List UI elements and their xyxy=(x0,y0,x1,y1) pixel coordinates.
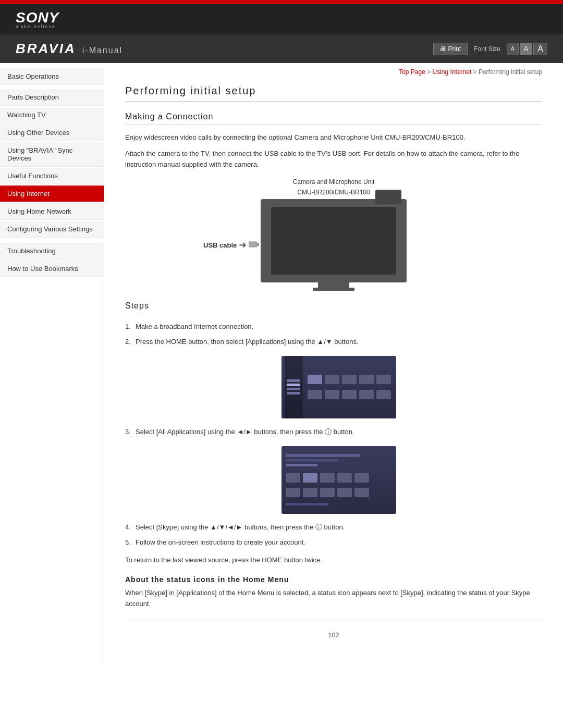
ss-item3 xyxy=(287,388,300,390)
ss2-tile10 xyxy=(354,488,369,497)
screenshot1-area xyxy=(136,356,542,418)
tv-diagram: USB cable ➜ xyxy=(261,199,407,291)
sidebar-item-troubleshooting[interactable]: Troubleshooting xyxy=(0,243,104,260)
step-3: Select [All Applications] using the ◄/► … xyxy=(125,427,542,514)
ss2-tile3 xyxy=(320,473,335,483)
svg-rect-1 xyxy=(257,243,259,246)
screenshot-row2 xyxy=(308,390,391,399)
tv-screen xyxy=(271,207,396,275)
font-small-button[interactable]: A xyxy=(507,43,519,55)
sidebar-item-bravia-sync[interactable]: Using "BRAVIA" Sync Devices xyxy=(0,142,104,167)
sidebar-item-configuring-settings[interactable]: Configuring Various Settings xyxy=(0,221,104,238)
tile3 xyxy=(342,375,357,384)
step-5: Follow the on-screen instructions to cre… xyxy=(125,537,542,548)
screenshot1 xyxy=(282,356,396,418)
sidebar-item-useful-functions[interactable]: Useful Functions xyxy=(0,168,104,184)
ss-item2 xyxy=(287,384,300,386)
font-size-controls: A A A xyxy=(507,43,547,55)
usb-label-text: USB cable xyxy=(203,241,237,249)
breadcrumb-top-page[interactable]: Top Page xyxy=(399,68,425,76)
tile4 xyxy=(359,375,374,384)
screenshot2-row2 xyxy=(286,488,392,497)
sidebar-item-watching-tv[interactable]: Watching TV xyxy=(0,107,104,124)
step2-text: Press the HOME button, then select [Appl… xyxy=(136,338,359,346)
ss-item1 xyxy=(287,379,300,382)
step-1: Make a broadband Internet connection. xyxy=(125,322,542,332)
bravia-bar: BRAVIA i-Manual 🖶 Print Font Size A A A xyxy=(0,34,563,63)
ss2-tile7 xyxy=(303,488,317,497)
camera-caption2: CMU-BR200/CMU-BR100 xyxy=(125,189,542,196)
para2: Attach the camera to the TV, then connec… xyxy=(125,149,542,170)
bravia-logo: BRAVIA xyxy=(16,41,76,57)
screenshot2 xyxy=(282,446,396,514)
tv-stand xyxy=(318,282,349,288)
imanual-label: i-Manual xyxy=(82,46,123,55)
screenshot-sidebar1 xyxy=(285,356,303,418)
svg-rect-0 xyxy=(249,242,257,247)
step4-text: Select [Skype] using the ▲/▼/◄/► buttons… xyxy=(136,523,345,531)
print-button[interactable]: 🖶 Print xyxy=(433,43,468,55)
step-4: Select [Skype] using the ▲/▼/◄/► buttons… xyxy=(125,522,542,533)
sidebar-divider xyxy=(0,239,104,243)
about-text: When [Skype] in [Applications] of the Ho… xyxy=(125,588,542,610)
breadcrumb: Top Page > Using Internet > Performing i… xyxy=(125,68,542,78)
tile9 xyxy=(359,390,374,399)
breadcrumb-current: Performing initial setup xyxy=(479,68,542,76)
ss2-footer xyxy=(286,503,328,505)
sidebar-item-using-internet[interactable]: Using Internet xyxy=(0,186,104,202)
camera-caption1: Camera and Microphone Unit xyxy=(125,178,542,186)
sony-logo-area: SONY make.believe xyxy=(16,9,59,29)
ss2-sub xyxy=(286,459,339,462)
step3-text: Select [All Applications] using the ◄/► … xyxy=(136,428,354,436)
tile6 xyxy=(308,390,322,399)
tile8 xyxy=(342,390,357,399)
ss2-tile6 xyxy=(286,488,300,497)
sidebar-item-parts-description[interactable]: Parts Description xyxy=(0,89,104,106)
header-controls: 🖶 Print Font Size A A A xyxy=(433,43,547,55)
sidebar: Basic Operations Parts Description Watch… xyxy=(0,63,104,665)
breadcrumb-sep2: > xyxy=(473,68,479,76)
step5-text: Follow the on-screen instructions to cre… xyxy=(136,538,305,546)
tile7 xyxy=(325,390,339,399)
camera-diagram-area: Camera and Microphone Unit CMU-BR200/CMU… xyxy=(125,178,542,291)
return-note: To return to the last viewed source, pre… xyxy=(125,555,542,566)
tv-body xyxy=(261,199,407,282)
breadcrumb-using-internet[interactable]: Using Internet xyxy=(433,68,472,76)
ss2-tile4 xyxy=(337,473,352,483)
sidebar-item-basic-operations[interactable]: Basic Operations xyxy=(0,68,104,85)
usb-plug-icon xyxy=(249,241,259,249)
step1-text: Make a broadband Internet connection. xyxy=(136,323,253,330)
screenshot2-row1 xyxy=(286,473,392,483)
sidebar-item-using-other-devices[interactable]: Using Other Devices xyxy=(0,125,104,141)
para1: Enjoy widescreen video calls by connecti… xyxy=(125,132,542,143)
ss2-sub2 xyxy=(286,464,317,466)
section-steps: Steps xyxy=(125,301,542,314)
sony-tagline: make.believe xyxy=(16,24,59,29)
top-red-bar xyxy=(0,0,563,4)
font-large-button[interactable]: A xyxy=(533,43,547,55)
about-title: About the status icons in the Home Menu xyxy=(125,575,542,584)
tile10 xyxy=(376,390,391,399)
breadcrumb-sep1: > xyxy=(427,68,432,76)
tile5 xyxy=(376,375,391,384)
sidebar-item-home-network[interactable]: Using Home Network xyxy=(0,203,104,220)
print-icon: 🖶 xyxy=(440,45,446,53)
font-medium-button[interactable]: A xyxy=(520,43,533,55)
screenshot2-area xyxy=(136,446,542,514)
tile1 xyxy=(308,375,322,384)
main-layout: Basic Operations Parts Description Watch… xyxy=(0,63,563,665)
usb-cable-label: USB cable ➜ xyxy=(203,239,259,251)
ss2-tile1 xyxy=(286,473,300,483)
sidebar-group-main: Basic Operations xyxy=(0,68,104,85)
font-size-label: Font Size xyxy=(474,45,500,53)
tv-base xyxy=(313,288,354,291)
ss2-tile8 xyxy=(320,488,335,497)
header-bar: SONY make.believe xyxy=(0,4,563,34)
ss2-tile9 xyxy=(337,488,352,497)
ss-item4 xyxy=(287,392,300,394)
bravia-title-area: BRAVIA i-Manual xyxy=(16,41,123,57)
usb-arrow-icon: ➜ xyxy=(239,239,247,251)
screenshot-row1 xyxy=(308,375,391,384)
sidebar-item-bookmarks[interactable]: How to Use Bookmarks xyxy=(0,261,104,277)
page-title: Performing initial setup xyxy=(125,85,542,102)
